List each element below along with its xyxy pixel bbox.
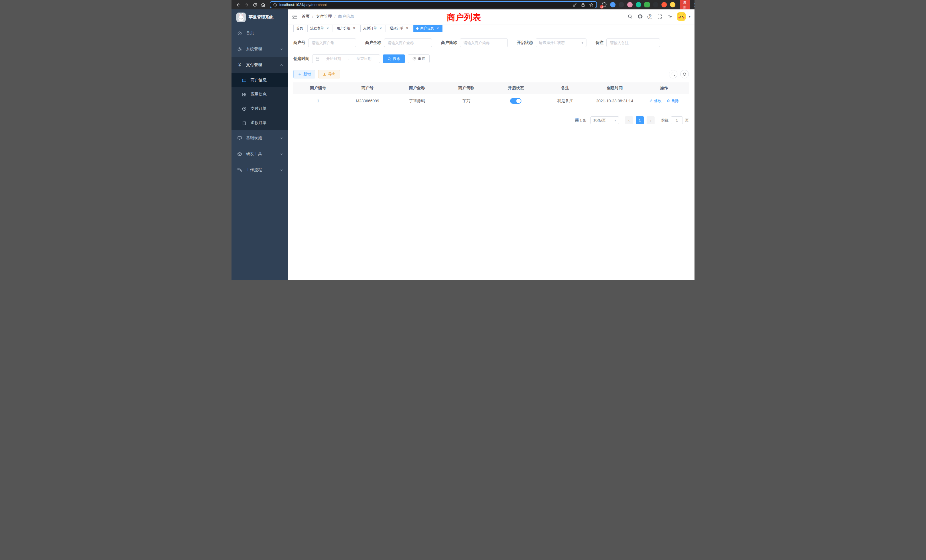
bookmark-star-icon[interactable] — [589, 3, 593, 7]
help-icon[interactable]: ? — [648, 14, 652, 19]
extensions-puzzle-icon[interactable]: 10 — [602, 2, 607, 8]
reset-button[interactable]: 重置 — [408, 54, 430, 63]
date-range-picker[interactable]: 开始日期 - 结束日期 — [312, 54, 380, 63]
chevron-down-icon — [280, 153, 283, 156]
extensions-area: 10 — [602, 2, 675, 8]
sidebar-item-workflow[interactable]: 工作流程 — [232, 162, 287, 178]
tab-payment-orders[interactable]: 支付订单 × — [360, 25, 386, 32]
tab-label: 支付订单 — [363, 26, 377, 31]
close-icon[interactable]: × — [405, 27, 409, 30]
tab-label: 退款订单 — [390, 26, 403, 31]
refresh-icon — [412, 57, 416, 61]
sidebar-toggle-button[interactable] — [287, 14, 302, 20]
sidebar-item-refund-orders[interactable]: 退款订单 — [232, 116, 287, 130]
site-info-icon[interactable] — [273, 3, 277, 7]
tab-home[interactable]: 首页 — [294, 25, 306, 32]
toggle-search-button[interactable] — [669, 70, 677, 79]
extension-icon[interactable] — [670, 2, 675, 8]
select-placeholder: 请选择开启状态 — [539, 40, 565, 45]
sidebar-item-payment[interactable]: ¥ 支付管理 — [232, 57, 287, 73]
extension-icon[interactable] — [636, 2, 641, 8]
merchant-no-input[interactable] — [308, 38, 356, 47]
share-icon[interactable] — [581, 3, 585, 7]
caret-down-icon[interactable]: ▾ — [689, 15, 690, 18]
sidebar-item-label: 支付管理 — [246, 62, 262, 68]
page-1-button[interactable]: 1 — [636, 117, 644, 124]
payment-submenu: 商户信息 应用信息 支付订单 退款订单 — [232, 73, 287, 130]
refresh-table-button[interactable] — [680, 70, 689, 79]
reload-icon — [253, 3, 257, 7]
extension-icon[interactable] — [661, 2, 667, 8]
remark-input[interactable] — [607, 38, 660, 47]
calendar-icon — [315, 57, 319, 61]
tab-user-group[interactable]: 用户分组 × — [334, 25, 359, 32]
sidebar-item-app-info[interactable]: 应用信息 — [232, 87, 287, 101]
address-bar[interactable]: localhost:1024/pay/merchant — [270, 1, 597, 8]
column-header: 操作 — [640, 82, 689, 94]
delete-link[interactable]: 删除 — [667, 98, 679, 103]
sidebar-item-home[interactable]: 首页 — [232, 25, 287, 41]
sidebar-item-label: 基础设施 — [246, 135, 262, 141]
prev-page-button[interactable]: ‹ — [625, 117, 633, 124]
sidebar-item-dev-tools[interactable]: 研发工具 — [232, 146, 287, 162]
button-label: 重置 — [418, 56, 425, 61]
status-select[interactable]: 请选择开启状态 ▾ — [536, 38, 586, 47]
search-icon[interactable] — [628, 14, 632, 19]
close-icon[interactable]: × — [378, 27, 383, 30]
add-button[interactable]: 新增 — [294, 70, 315, 79]
chevron-down-icon — [280, 48, 283, 51]
sidebar-item-infrastructure[interactable]: 基础设施 — [232, 130, 287, 146]
user-avatar[interactable] — [677, 12, 685, 21]
chevron-down-icon: ▾ — [614, 118, 616, 122]
breadcrumb-payment[interactable]: 支付管理 — [316, 14, 332, 19]
tab-merchant-info[interactable]: 商户信息 × — [413, 25, 442, 32]
close-icon[interactable]: × — [436, 27, 440, 30]
gear-icon — [237, 47, 242, 51]
extension-icon[interactable] — [627, 2, 632, 8]
page-size-select[interactable]: 10条/页 ▾ — [590, 117, 619, 124]
browser-menu-icon[interactable]: ⋮ — [690, 2, 694, 8]
grid-icon — [242, 92, 247, 97]
table-toolbar: 新增 导出 — [294, 70, 689, 79]
sidebar-item-label: 工作流程 — [246, 167, 262, 173]
field-label: 备注 — [596, 40, 604, 45]
edit-link[interactable]: 修改 — [649, 98, 661, 103]
monitor-icon — [237, 136, 242, 141]
chevron-down-icon — [280, 168, 283, 172]
navbar-actions: ? ▾ — [628, 12, 694, 21]
home-button[interactable] — [259, 1, 267, 9]
sidebar-item-system[interactable]: 系统管理 — [232, 41, 287, 57]
fullscreen-icon[interactable] — [657, 14, 662, 19]
password-key-icon[interactable] — [572, 3, 577, 7]
column-header: 商户号 — [343, 82, 392, 94]
github-icon[interactable] — [637, 14, 643, 19]
credit-card-icon — [242, 78, 247, 83]
back-button[interactable] — [235, 1, 242, 9]
next-page-button[interactable]: › — [647, 117, 655, 124]
tab-process-form[interactable]: 流程表单 × — [307, 25, 333, 32]
sidebar-item-label: 应用信息 — [251, 92, 266, 97]
reload-button[interactable] — [251, 1, 259, 9]
close-icon[interactable]: × — [325, 27, 330, 30]
workflow-icon — [237, 168, 242, 173]
goto-page-input[interactable] — [671, 117, 683, 124]
extension-icon[interactable] — [610, 2, 616, 8]
extension-icon[interactable] — [644, 2, 650, 8]
extension-icon[interactable] — [653, 2, 658, 8]
font-size-icon[interactable] — [667, 14, 672, 19]
extension-icon[interactable] — [619, 2, 624, 8]
close-icon[interactable]: × — [352, 27, 356, 30]
full-name-input[interactable] — [384, 38, 432, 47]
export-button[interactable]: 导出 — [318, 70, 340, 79]
breadcrumb-home[interactable]: 首页 — [302, 14, 310, 19]
tab-refund-orders[interactable]: 退款订单 × — [387, 25, 412, 32]
button-label: 导出 — [328, 71, 336, 77]
sidebar-item-merchant-info[interactable]: 商户信息 — [232, 73, 287, 87]
short-name-input[interactable] — [460, 38, 508, 47]
field-label: 开启状态 — [517, 40, 533, 45]
sidebar-item-payment-orders[interactable]: 支付订单 — [232, 101, 287, 116]
status-toggle[interactable] — [510, 98, 522, 104]
search-button[interactable]: 搜索 — [383, 54, 405, 63]
hamburger-icon — [292, 14, 297, 20]
forward-button[interactable] — [243, 1, 250, 9]
